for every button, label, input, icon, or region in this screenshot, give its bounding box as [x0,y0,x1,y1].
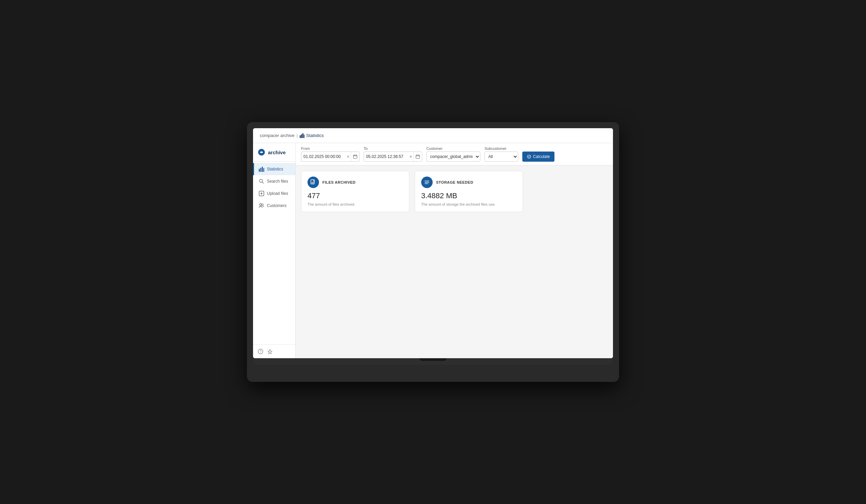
svg-rect-1 [301,134,302,138]
svg-point-14 [260,204,262,206]
logo-text: archive [268,149,286,155]
storage-needed-title: STORAGE NEEDED [436,180,473,184]
svg-line-10 [262,182,264,183]
from-input-wrap: × [301,152,359,162]
svg-rect-0 [300,135,301,138]
customers-label: Customers [267,203,287,208]
sidebar-nav: Statistics Search files [253,162,295,344]
svg-text:?: ? [260,350,262,354]
sidebar-item-customers[interactable]: Customers [253,200,295,212]
laptop-bottom [253,358,613,365]
from-filter-group: From × [301,146,359,162]
from-input[interactable] [301,154,345,159]
app-window: compacer archive | Statistics [253,128,613,358]
search-nav-icon [259,179,264,184]
customer-label: Customer [426,146,480,150]
storage-needed-desc: The amount of storage the archived files… [421,202,517,206]
laptop-frame: compacer archive | Statistics [247,122,619,382]
to-calendar-button[interactable] [413,152,422,161]
svg-rect-2 [302,133,303,138]
sidebar-item-statistics[interactable]: Statistics [253,163,295,175]
from-calendar-button[interactable] [351,152,359,161]
from-clear-button[interactable]: × [345,154,351,159]
main-content: From × [296,143,613,358]
calculate-label: Calculate [533,154,550,159]
top-bar: compacer archive | Statistics [253,128,613,143]
to-input-wrap: × [364,152,422,162]
help-icon[interactable]: ? [258,349,263,354]
from-label: From [301,146,359,150]
sidebar-footer: ? [253,344,295,358]
card-header-files: FILES ARCHIVED [308,177,403,188]
statistics-nav-icon [259,166,264,172]
breadcrumb: compacer archive | Statistics [260,133,324,138]
to-input[interactable] [364,154,408,159]
customers-nav-icon [259,203,264,208]
page-title: Statistics [306,133,324,138]
statistics-label: Statistics [267,167,283,171]
search-files-label: Search files [267,179,288,184]
svg-rect-3 [304,135,304,138]
svg-rect-8 [264,168,265,172]
storage-icon [424,179,430,186]
subcustomer-label: Subcustomer [485,146,518,150]
card-header-storage: STORAGE NEEDED [421,177,517,188]
subcustomer-select[interactable]: All [485,152,518,162]
breadcrumb-separator: | [297,133,298,138]
files-archived-card: FILES ARCHIVED 477 The amount of files a… [301,171,409,212]
laptop-notch [420,358,446,361]
files-archived-desc: The amount of files archived. [308,202,403,206]
sidebar-item-upload-files[interactable]: Upload files [253,187,295,200]
upload-nav-icon [259,191,264,196]
sidebar: archive Statistics [253,143,296,358]
storage-needed-card: STORAGE NEEDED 3.4882 MB The amount of s… [415,171,523,212]
svg-rect-5 [259,169,260,172]
to-label: To [364,146,422,150]
customer-filter-group: Customer compacer_global_admin [426,146,480,162]
calculate-button[interactable]: Calculate [522,152,554,162]
svg-rect-18 [354,155,357,159]
subcustomer-filter-group: Subcustomer All [485,146,518,162]
to-calendar-icon [416,155,420,159]
storage-icon-circle [421,177,433,188]
logo-icon [258,148,265,156]
files-archived-title: FILES ARCHIVED [322,180,356,184]
breadcrumb-link[interactable]: compacer archive [260,133,295,138]
sidebar-logo: archive [253,143,295,162]
screen: compacer archive | Statistics [253,128,613,358]
sidebar-item-search-files[interactable]: Search files [253,175,295,187]
calendar-icon [353,155,357,159]
files-icon-circle [308,177,319,188]
files-archived-value: 477 [308,191,403,200]
storage-needed-value: 3.4882 MB [421,191,517,200]
to-clear-button[interactable]: × [408,154,413,159]
cards-area: FILES ARCHIVED 477 The amount of files a… [296,165,613,217]
svg-rect-6 [260,168,262,172]
to-filter-group: To × [364,146,422,162]
upload-files-label: Upload files [267,191,288,196]
statistics-icon [300,133,304,138]
file-icon [310,179,316,186]
svg-rect-22 [416,155,420,159]
pin-icon[interactable] [267,349,273,354]
customer-select[interactable]: compacer_global_admin [426,152,480,162]
calculate-icon [527,155,531,159]
main-layout: archive Statistics [253,143,613,358]
filter-bar: From × [296,143,613,165]
breadcrumb-current: Statistics [300,133,324,138]
svg-rect-7 [262,167,263,172]
